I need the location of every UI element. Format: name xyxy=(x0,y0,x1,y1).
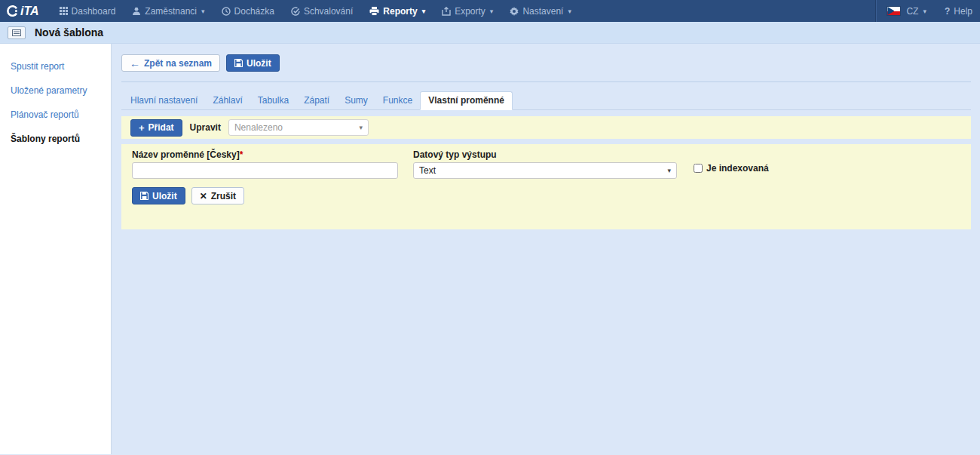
tab-zapati[interactable]: Zápatí xyxy=(296,92,337,109)
navbar-right: CZ ▾ ? Help xyxy=(887,0,972,22)
name-field-label: Název proměnné [Česky]* xyxy=(132,149,398,160)
help-link[interactable]: ? Help xyxy=(945,6,972,17)
sidebar-item-ulozene-parametry[interactable]: Uložené parametry xyxy=(0,80,111,102)
tab-bar: Hlavní nastavení Záhlaví Tabulka Zápatí … xyxy=(121,91,971,110)
save-button-label: Uložit xyxy=(247,59,271,68)
form-save-label: Uložit xyxy=(152,192,177,201)
nav-item-label: Docházka xyxy=(234,6,274,17)
nav-item-label: Nastavení xyxy=(522,6,563,17)
datatype-select[interactable]: Text ▾ xyxy=(413,162,677,179)
form-cancel-label: Zrušit xyxy=(211,192,236,201)
top-navbar: iTA Dashboard Zaměstnanci ▾ xyxy=(0,0,980,22)
indexed-checkbox[interactable] xyxy=(694,164,703,173)
variables-toolbar: + Přidat Upravit Nenalezeno ▾ xyxy=(121,116,971,139)
save-icon xyxy=(234,59,243,67)
action-button-row: ← Zpět na seznam Uložit xyxy=(121,54,971,72)
gear-icon xyxy=(510,7,519,16)
datatype-select-value: Text xyxy=(419,165,436,176)
edit-variable-select[interactable]: Nenalezeno ▾ xyxy=(228,119,369,136)
chevron-down-icon: ▾ xyxy=(201,8,205,15)
app-logo[interactable]: iTA xyxy=(6,5,39,18)
nav-item-schvalovani[interactable]: Schvalování xyxy=(283,0,361,22)
edit-label: Upravit xyxy=(190,122,221,133)
form-save-button[interactable]: Uložit xyxy=(132,187,185,204)
help-label: Help xyxy=(954,6,972,17)
form-cancel-button[interactable]: ✕ Zrušit xyxy=(191,187,244,204)
nav-item-label: Reporty xyxy=(383,6,417,17)
tab-vlastni-promenne[interactable]: Vlastní proměnné xyxy=(420,91,513,110)
printer-icon xyxy=(369,7,379,16)
section-divider xyxy=(121,81,971,82)
nav-item-label: Schvalování xyxy=(304,6,353,17)
tab-tabulka[interactable]: Tabulka xyxy=(250,92,296,109)
close-icon: ✕ xyxy=(200,192,207,201)
nav-item-label: Zaměstnanci xyxy=(145,6,197,17)
tab-sumy[interactable]: Sumy xyxy=(337,92,375,109)
person-icon xyxy=(132,7,141,16)
main-layout: Spustit report Uložené parametry Plánova… xyxy=(0,44,980,454)
logo-gauge-icon xyxy=(6,5,19,17)
tab-hlavni-nastaveni[interactable]: Hlavní nastavení xyxy=(123,92,205,109)
required-asterisk: * xyxy=(240,149,243,160)
add-button-label: Přidat xyxy=(149,123,174,132)
add-variable-button[interactable]: + Přidat xyxy=(130,119,182,137)
back-to-list-button[interactable]: ← Zpět na seznam xyxy=(121,54,220,72)
sidebar-toggle-button[interactable] xyxy=(8,26,26,39)
check-circle-icon xyxy=(291,7,300,16)
sidebar-item-sablony-reportu[interactable]: Šablony reportů xyxy=(0,128,111,150)
datatype-field-group: Datový typ výstupu Text ▾ xyxy=(413,149,677,179)
czech-flag-icon xyxy=(887,7,900,15)
navbar-divider xyxy=(875,0,877,22)
edit-select-value: Nenalezeno xyxy=(234,122,283,133)
name-label-text: Název proměnné [Česky] xyxy=(132,149,240,160)
nav-item-exporty[interactable]: Exporty ▾ xyxy=(433,0,501,22)
chevron-down-icon: ▾ xyxy=(568,8,571,15)
nav-item-reporty[interactable]: Reporty ▾ xyxy=(361,0,433,22)
chevron-down-icon: ▾ xyxy=(923,8,926,15)
content-area: ← Zpět na seznam Uložit Hlavní nastavení… xyxy=(112,44,980,454)
name-field-group: Název proměnné [Česky]* xyxy=(132,149,398,179)
chevron-down-icon: ▾ xyxy=(422,8,426,15)
title-bar: Nová šablona xyxy=(0,22,980,44)
list-icon xyxy=(12,29,21,36)
chevron-down-icon: ▾ xyxy=(359,124,363,131)
arrow-left-icon: ← xyxy=(130,58,140,69)
datatype-field-label: Datový typ výstupu xyxy=(413,149,677,160)
nav-item-label: Dashboard xyxy=(72,6,116,17)
nav-item-dashboard[interactable]: Dashboard xyxy=(51,0,124,22)
indexed-checkbox-label: Je indexovaná xyxy=(706,163,769,174)
language-selector[interactable]: CZ ▾ xyxy=(905,0,928,22)
chevron-down-icon: ▾ xyxy=(667,167,671,174)
logo-text: iTA xyxy=(20,5,39,18)
sidebar-item-planovac-reportu[interactable]: Plánovač reportů xyxy=(0,104,111,126)
page-title: Nová šablona xyxy=(35,26,103,38)
indexed-checkbox-group: Je indexovaná xyxy=(694,163,769,174)
language-code: CZ xyxy=(906,6,918,17)
chevron-down-icon: ▾ xyxy=(490,8,494,15)
sidebar: Spustit report Uložené parametry Plánova… xyxy=(0,44,112,454)
variable-form-panel: Název proměnné [Česky]* Datový typ výstu… xyxy=(121,144,971,229)
sidebar-item-spustit-report[interactable]: Spustit report xyxy=(0,56,111,78)
clock-icon xyxy=(222,7,231,16)
tab-zahlavi[interactable]: Záhlaví xyxy=(205,92,250,109)
back-button-label: Zpět na seznam xyxy=(144,59,212,68)
question-mark-icon: ? xyxy=(945,6,950,17)
form-fields-row: Název proměnné [Česky]* Datový typ výstu… xyxy=(132,149,960,179)
form-button-row: Uložit ✕ Zrušit xyxy=(132,187,960,204)
tab-funkce[interactable]: Funkce xyxy=(375,92,420,109)
export-icon xyxy=(442,7,451,16)
plus-icon: + xyxy=(139,123,145,133)
nav-item-zamestnanci[interactable]: Zaměstnanci ▾ xyxy=(124,0,213,22)
nav-item-nastaveni[interactable]: Nastavení ▾ xyxy=(501,0,580,22)
variable-name-input[interactable] xyxy=(132,162,398,179)
nav-item-dochazka[interactable]: Docházka xyxy=(213,0,283,22)
grid-icon xyxy=(60,7,68,15)
save-icon xyxy=(140,192,149,200)
save-template-button[interactable]: Uložit xyxy=(226,54,280,72)
nav-item-label: Exporty xyxy=(455,6,485,17)
